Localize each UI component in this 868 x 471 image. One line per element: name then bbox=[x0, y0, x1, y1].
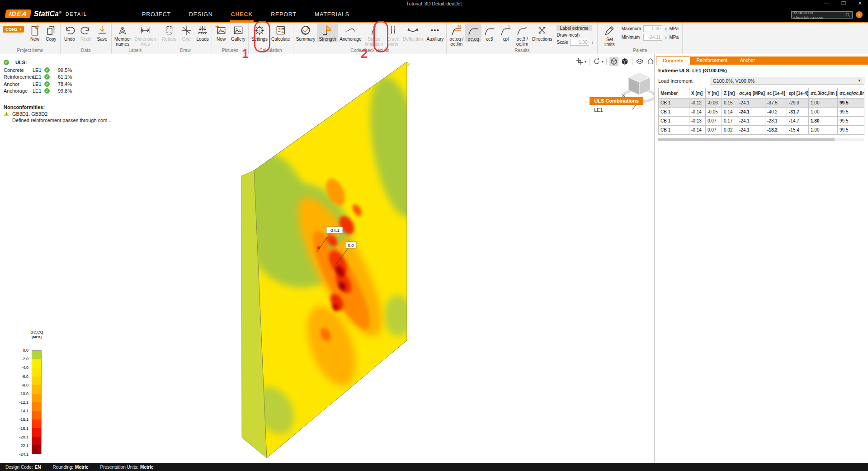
table-row[interactable]: CB 1-0.14-0.050.14-24.1-40.2-31.71.0099.… bbox=[659, 108, 864, 117]
chevron-down-icon[interactable]: ▾ bbox=[602, 60, 604, 64]
maximize-button[interactable]: ❐ bbox=[839, 0, 848, 6]
col-ec[interactable]: εc [1e-4] bbox=[765, 88, 787, 99]
registered-mark: ® bbox=[59, 10, 61, 14]
rebars-button[interactable]: Rebars bbox=[160, 24, 178, 42]
main-tabs: PROJECT DESIGN CHECK REPORT MATERIALS bbox=[141, 8, 350, 22]
col-epl[interactable]: εpl [1e-4] bbox=[787, 88, 809, 99]
crop-view-button[interactable] bbox=[575, 57, 584, 66]
redo-button[interactable]: Redo bbox=[78, 24, 94, 42]
clipping-box-button[interactable] bbox=[635, 57, 644, 66]
stress-strain-curve-icon bbox=[467, 24, 479, 36]
uls-combinations-badge[interactable]: ULS Combinations bbox=[590, 97, 643, 105]
tab-materials[interactable]: MATERIALS bbox=[314, 8, 350, 22]
table-row[interactable]: CB 1-0.12-0.060.15-24.1-37.5-29.31.0099.… bbox=[659, 99, 864, 108]
wireframe-view-button[interactable] bbox=[609, 57, 618, 66]
ec3-button[interactable]: εc3 bbox=[481, 24, 498, 42]
set-limits-button[interactable]: Setlimits bbox=[601, 24, 618, 47]
table-row[interactable]: CB 1-0.130.070.17-24.1-28.1-14.71.8099.5 bbox=[659, 117, 864, 126]
strength-button[interactable]: Strength bbox=[317, 24, 338, 42]
maximum-spinner[interactable]: ▲▼ bbox=[665, 27, 667, 31]
copy-button[interactable]: Copy bbox=[43, 24, 59, 42]
tab-design[interactable]: DESIGN bbox=[188, 8, 214, 22]
chevron-down-icon[interactable]: ▾ bbox=[585, 60, 586, 64]
window-title: Tutorial_3D Detail.ideaDet bbox=[0, 1, 868, 6]
directions-button[interactable]: Directions bbox=[530, 24, 554, 42]
menubar: IDEA StatiCa® DETAIL PROJECT DESIGN CHEC… bbox=[0, 8, 868, 22]
draw-mesh-toggle[interactable]: Draw mesh bbox=[557, 33, 580, 38]
minimum-input[interactable]: -24.11 bbox=[643, 34, 662, 41]
gallery-button[interactable]: Gallery bbox=[229, 24, 247, 42]
anchorage-button[interactable]: Anchorage bbox=[338, 24, 363, 42]
legend-band bbox=[32, 394, 41, 402]
tab-anchor[interactable]: Anchor bbox=[734, 57, 761, 65]
product-name: DETAIL bbox=[66, 11, 87, 17]
tab-check[interactable]: CHECK bbox=[230, 8, 254, 22]
dimension-lines-button[interactable]: Dimensionlines bbox=[133, 24, 158, 47]
maximum-label: Maximum bbox=[621, 26, 641, 31]
con-selector-dropdown[interactable]: CON1▾ bbox=[3, 26, 24, 33]
col-member[interactable]: Member bbox=[659, 88, 689, 99]
minimum-spinner[interactable]: ▲▼ bbox=[665, 36, 667, 39]
col-sceq-sclim[interactable]: σc,eq/σc,lim [%] bbox=[838, 88, 864, 99]
close-button[interactable]: ✕ bbox=[855, 0, 864, 6]
scale-input[interactable]: 1.00 bbox=[570, 39, 589, 46]
tab-concrete[interactable]: Concrete bbox=[656, 57, 690, 65]
load-increment-label: Load increment bbox=[658, 78, 693, 84]
save-button[interactable]: Save bbox=[94, 24, 110, 42]
rotate-view-button[interactable] bbox=[592, 57, 601, 66]
nonconformity-codes[interactable]: GB3D1, GB3D2 bbox=[12, 111, 47, 117]
label-extreme-toggle[interactable]: Label extreme bbox=[557, 25, 591, 31]
deflection-button[interactable]: Deflection bbox=[401, 24, 425, 42]
annotation-circle-2 bbox=[373, 21, 388, 52]
col-sc3-sclim[interactable]: σc,3/σc,lim [-] bbox=[809, 88, 838, 99]
load-increment-dropdown[interactable]: G100.0%, V100.0% ▼ bbox=[710, 77, 864, 85]
col-sceq[interactable]: σc,eq [MPa] bbox=[737, 88, 765, 99]
sceq-sclim-button[interactable]: σc,eq /σc,lim bbox=[448, 24, 465, 47]
legend-tick: -24.1 bbox=[15, 452, 28, 457]
copy-icon bbox=[45, 24, 57, 36]
auxiliary-button[interactable]: Auxiliary bbox=[425, 24, 446, 42]
col-y[interactable]: Y [m] bbox=[706, 88, 722, 99]
legend-band bbox=[32, 445, 41, 454]
grid-icon bbox=[180, 24, 192, 36]
tab-reinforcement[interactable]: Reinforcement bbox=[690, 57, 734, 65]
sc3-sclim-button[interactable]: σc,3 /σc,lim bbox=[514, 24, 530, 47]
deflection-icon bbox=[407, 24, 419, 36]
redo-icon bbox=[80, 24, 92, 36]
group-label-labels: Labels bbox=[112, 48, 159, 54]
col-z[interactable]: Z [m] bbox=[722, 88, 737, 99]
search-icon bbox=[845, 12, 850, 18]
new-picture-button[interactable]: New bbox=[213, 24, 229, 42]
summary-button[interactable]: Summary bbox=[294, 24, 317, 42]
loads-button[interactable]: Loads bbox=[194, 24, 211, 42]
chevron-down-icon[interactable]: ⌄ bbox=[584, 99, 588, 104]
maximum-input[interactable]: 0.00 bbox=[643, 25, 662, 32]
search-input[interactable]: Search on ideastatica.com bbox=[791, 11, 853, 19]
new-project-item-button[interactable]: New bbox=[27, 24, 43, 42]
legend-tick: -18.1 bbox=[15, 426, 28, 431]
legend-band bbox=[32, 368, 41, 377]
nonconformities-title: Nonconformities: bbox=[4, 104, 112, 110]
combination-item-le1[interactable]: LE1 bbox=[594, 107, 643, 113]
grid-button[interactable]: Grid bbox=[178, 24, 194, 42]
minimize-button[interactable]: — bbox=[822, 0, 831, 6]
user-account-icon[interactable]: i bbox=[856, 11, 863, 18]
chevron-down-icon: ▼ bbox=[858, 79, 861, 83]
table-horizontal-scrollbar[interactable] bbox=[658, 138, 864, 141]
tab-report[interactable]: REPORT bbox=[270, 8, 297, 22]
scrollbar-thumb[interactable] bbox=[658, 138, 835, 141]
epl-button[interactable]: εpl bbox=[498, 24, 514, 42]
group-label-draw: Draw bbox=[159, 48, 212, 54]
col-x[interactable]: X [m] bbox=[689, 88, 706, 99]
tab-project[interactable]: PROJECT bbox=[141, 8, 172, 22]
undo-button[interactable]: Undo bbox=[61, 24, 78, 42]
member-names-button[interactable]: Membernames bbox=[113, 24, 133, 47]
concrete-results-table: Member X [m] Y [m] Z [m] σc,eq [MPa] εc … bbox=[658, 88, 864, 135]
solid-view-button[interactable] bbox=[620, 57, 629, 66]
table-row[interactable]: CB 1-0.140.070.02-24.1-18.2-15.41.0099.5 bbox=[659, 126, 864, 135]
letter-a-icon bbox=[117, 24, 128, 36]
combinations-tree: ⌄ULS Combinations LE1 bbox=[584, 97, 643, 113]
scale-spinner[interactable]: ▲▼ bbox=[591, 41, 594, 44]
calculate-button[interactable]: Calculate bbox=[269, 24, 292, 42]
sceq-button[interactable]: σc,eq bbox=[465, 24, 481, 42]
